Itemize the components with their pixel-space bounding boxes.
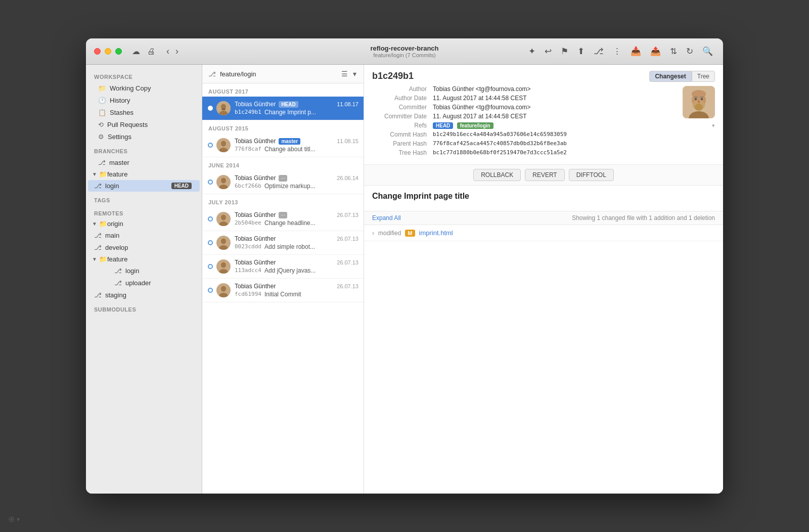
cloud-icon[interactable]: ☁ [132, 47, 140, 56]
sidebar-item-develop[interactable]: ⎇ develop [88, 242, 200, 253]
commit-row[interactable]: Tobias Günther 26.07.13 113adcc4 Add jQu… [202, 255, 364, 279]
commit-row[interactable]: Tobias Günther 26.07.13 fcd61994 Initial… [202, 279, 364, 302]
sidebar-item-working-copy[interactable]: 📁 Working Copy [88, 82, 200, 94]
staging-label: staging [105, 291, 126, 299]
commit-hash: fcd61994 [235, 291, 261, 298]
commit-info: Tobias Günther HEAD 11.08.17 b1c249b1 Ch… [235, 101, 358, 116]
settings-label: Settings [108, 133, 131, 141]
right-pane: b1c249b1 Author Tobias Günther <tg@fourn… [364, 65, 723, 494]
forward-button[interactable]: › [172, 45, 182, 58]
commit-author: Tobias Günther [235, 138, 276, 145]
list-view-button[interactable]: ☰ [340, 69, 349, 79]
traffic-lights[interactable] [94, 48, 122, 55]
feature-collapse[interactable]: ▼ 📁 feature [86, 169, 202, 180]
author-row: Author Tobias Günther <tg@fournova.com> [372, 85, 643, 93]
commit-info: Tobias Günther 26.07.13 0023cddd Add sim… [235, 235, 358, 250]
sidebar-item-stashes[interactable]: 📋 Stashes [88, 107, 200, 118]
tab-tree[interactable]: Tree [692, 71, 715, 82]
commit-row[interactable]: Tobias Günther 26.07.13 0023cddd Add sim… [202, 231, 364, 255]
committer-row: Committer Tobias Günther <tg@fournova.co… [372, 104, 643, 111]
sidebar-item-settings[interactable]: ⚙ Settings [88, 131, 200, 143]
difftool-button[interactable]: DIFFTOOL [569, 169, 614, 181]
login-branch-icon: ⎇ [94, 182, 102, 190]
commit-message: Optimize markup... [264, 183, 316, 190]
master-label: master [109, 159, 129, 166]
tab-changeset[interactable]: Changeset [649, 71, 691, 82]
sort-icon[interactable]: ⇅ [668, 45, 679, 58]
window-title: reflog-recover-branch [370, 45, 438, 52]
commit-hash: 776f8caf [235, 146, 261, 153]
commit-message: Add simple robot... [264, 243, 315, 250]
feature-label: feature [107, 170, 127, 178]
develop-branch-icon: ⎇ [94, 244, 102, 251]
revert-button[interactable]: REVERT [525, 169, 564, 181]
commit-date: 26.06.14 [337, 175, 358, 181]
avatar [216, 236, 231, 250]
origin-collapse[interactable]: ▼ 📁 origin [86, 218, 202, 229]
sidebar-item-main[interactable]: ⎇ main [88, 230, 200, 241]
avatar [216, 138, 231, 152]
pr-icon: ⟲ [98, 121, 104, 128]
commit-row[interactable]: Tobias Günther HEAD 11.08.17 b1c249b1 Ch… [202, 97, 364, 120]
commit-hash: b1c249b1 [235, 109, 261, 116]
svg-point-14 [221, 239, 226, 244]
remotes-section-label: Remotes [86, 205, 202, 218]
expand-icon[interactable]: ▾ [712, 122, 715, 129]
tags-section-label: Tags [86, 192, 202, 205]
commit-author: Tobias Günther [235, 235, 276, 242]
date-group-jun2014: JUNE 2014 [202, 157, 364, 170]
close-button[interactable] [94, 48, 101, 55]
sidebar-item-history[interactable]: 🕐 History [88, 95, 200, 106]
develop-label: develop [105, 244, 128, 251]
head-badge: HEAD [279, 101, 298, 108]
minimize-button[interactable] [105, 48, 111, 55]
remote-feature-collapse[interactable]: ▼ 📁 feature [86, 254, 202, 264]
maximize-button[interactable] [115, 48, 122, 55]
inbox-icon[interactable]: 🖨 [147, 47, 155, 56]
branch-icon[interactable]: ⎇ [592, 45, 606, 58]
sparkle-icon[interactable]: ✦ [526, 45, 537, 58]
push-icon[interactable]: ⬆ [575, 45, 587, 58]
fetch-icon[interactable]: ↩ [543, 45, 554, 58]
sidebar-item-uploader[interactable]: ⎇ uploader [88, 277, 200, 289]
commit-author: Tobias Günther [235, 101, 276, 108]
stash-icon[interactable]: 📥 [628, 45, 643, 58]
sidebar-item-master[interactable]: ⎇ master [88, 157, 200, 168]
expand-all-button[interactable]: Expand All [372, 214, 401, 221]
rollback-button[interactable]: ROLLBACK [473, 169, 521, 181]
sidebar-item-pull-requests[interactable]: ⟲ Pull Requests [88, 119, 200, 130]
sidebar-item-login[interactable]: ⎇ login HEAD [88, 180, 200, 192]
unstash-icon[interactable]: 📤 [648, 45, 663, 58]
back-button[interactable]: ‹ [163, 45, 172, 58]
author-value: Tobias Günther <tg@fournova.com> [433, 85, 531, 93]
commit-date: 26.07.13 [337, 236, 358, 242]
parent-hash-label: Parent Hash [372, 140, 433, 147]
commit-date: 11.08.15 [337, 138, 358, 144]
commit-row[interactable]: Tobias Günther master 11.08.15 776f8caf … [202, 134, 364, 157]
commit-row[interactable]: Tobias Günther ··· 26.07.13 2b504bee Cha… [202, 207, 364, 231]
master-badge: master [279, 138, 300, 145]
info-icon[interactable]: ⋮ [611, 45, 623, 58]
ref-branch-badge: feature/login [457, 122, 493, 129]
flag-icon[interactable]: ⚑ [559, 45, 570, 58]
committer-date-label: Committer Date [372, 113, 433, 120]
refresh-icon[interactable]: ↻ [684, 45, 695, 58]
refs-value: HEAD feature/login [433, 122, 493, 129]
titlebar-icons: ☁ 🖨 [132, 47, 155, 56]
workspace-section-label: Workspace [86, 69, 202, 82]
uploader-icon: ⎇ [114, 279, 122, 287]
remote-login-icon: ⎇ [114, 267, 122, 275]
svg-point-20 [221, 286, 226, 292]
author-date-row: Author Date 11. August 2017 at 14:44:58 … [372, 95, 643, 102]
sidebar-item-remote-login[interactable]: ⎇ login [88, 265, 200, 277]
commit-row[interactable]: Tobias Günther ··· 26.06.14 6bcf266b Opt… [202, 170, 364, 194]
search-icon[interactable]: 🔍 [700, 45, 715, 58]
file-name: imprint.html [419, 229, 453, 237]
svg-point-17 [221, 262, 226, 268]
committer-date-value: 11. August 2017 at 14:44:58 CEST [433, 113, 526, 120]
sidebar-item-staging[interactable]: ⎇ staging [88, 289, 200, 301]
filter-button[interactable]: ▾ [352, 69, 357, 79]
avatar [216, 175, 231, 189]
file-change-row[interactable]: › modified M imprint.html [364, 225, 723, 241]
svg-rect-3 [221, 108, 226, 110]
